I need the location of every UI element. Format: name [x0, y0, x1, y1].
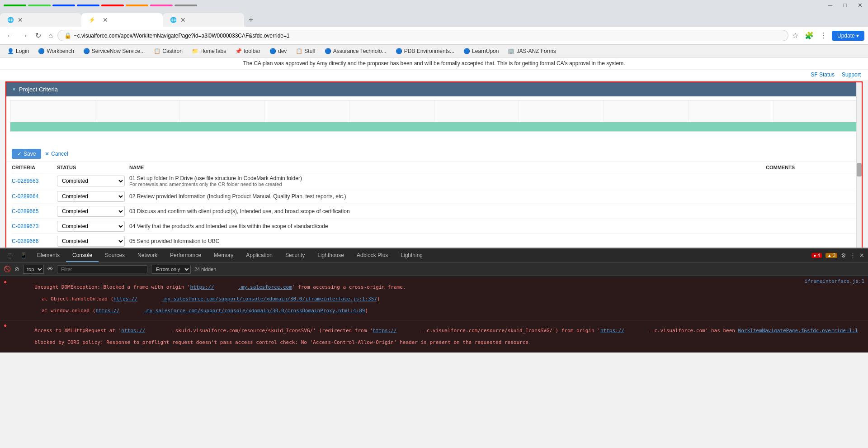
bookmark-workbench[interactable]: 🔵 Workbench	[34, 47, 77, 55]
error-link-1c[interactable]: https://	[113, 296, 137, 302]
criteria-id-1[interactable]: C-0289663	[12, 178, 57, 184]
bookmark-learnupon[interactable]: 🔵 LearnUpon	[460, 47, 502, 55]
star-button[interactable]: ☆	[790, 29, 800, 42]
devtools-tab-network[interactable]: Network	[131, 249, 164, 262]
tab-close-3[interactable]: ✕	[180, 16, 186, 24]
devtools-tab-sources[interactable]: Sources	[99, 249, 131, 262]
criteria-status-1[interactable]: Completed In Progress Not Started	[57, 176, 125, 186]
bookmark-toolbar[interactable]: 📌 toolbar	[231, 47, 264, 55]
clear-console-button[interactable]: 🚫	[4, 266, 11, 272]
console-source-1[interactable]: iframeinterface.js:1	[805, 278, 864, 284]
devtools-inspect-button[interactable]: ⬚	[4, 249, 16, 262]
save-button[interactable]: ✓ Save	[12, 149, 41, 159]
console-context-button[interactable]: ⊘	[14, 266, 19, 272]
minimize-button[interactable]: ─	[823, 0, 838, 10]
scrollbar-right[interactable]	[856, 82, 862, 248]
error-link-2b[interactable]: https://	[373, 328, 397, 334]
sf-status-link[interactable]: SF Status	[811, 71, 835, 78]
cancel-button[interactable]: ✕ Cancel	[45, 149, 68, 159]
criteria-status-5[interactable]: Completed In Progress Not Started	[57, 236, 125, 247]
tab-close-2[interactable]: ✕	[103, 16, 108, 24]
criteria-status-4[interactable]: Completed In Progress Not Started	[57, 221, 125, 232]
bookmark-servicenow[interactable]: 🔵 ServiceNow Service...	[80, 47, 148, 55]
devtools-tab-elements[interactable]: Elements	[31, 249, 66, 262]
close-button[interactable]: ✕	[852, 0, 868, 10]
devtools-tab-application[interactable]: Application	[240, 249, 279, 262]
tab-close-1[interactable]: ✕	[18, 16, 23, 24]
bookmark-workbench-label: Workbench	[47, 48, 74, 54]
criteria-id-4[interactable]: C-0289673	[12, 223, 57, 229]
devtools-tab-lighthouse[interactable]: Lighthouse	[311, 249, 350, 262]
progress-seg-8	[175, 5, 197, 6]
devtools-tab-adblock[interactable]: Adblock Plus	[350, 249, 394, 262]
eye-button[interactable]: 👁	[47, 266, 53, 272]
devtools-tab-console[interactable]: Console	[66, 249, 99, 262]
reload-button[interactable]: ↻	[33, 29, 44, 42]
bookmark-assurance[interactable]: 🔵 Assurance Technolo...	[321, 47, 390, 55]
console-line-2: ● Access to XMLHttpRequest at 'https:// …	[0, 321, 868, 353]
home-button[interactable]: ⌂	[46, 30, 56, 42]
progress-seg-2	[28, 5, 51, 6]
error-level-select[interactable]: Errors only All levels Warnings	[151, 265, 191, 274]
error-link-1d[interactable]: .my.salesforce.com/support/console/xdoma…	[161, 296, 377, 302]
error-link-2a[interactable]: https://	[121, 328, 145, 334]
error-link-1f[interactable]: .my.salesforce.com/support/console/xdoma…	[143, 308, 365, 314]
back-button[interactable]: ←	[4, 30, 16, 42]
devtools-tab-performance[interactable]: Performance	[164, 249, 208, 262]
devtools-settings-button[interactable]: ⚙	[841, 252, 846, 259]
criteria-table: CRITERIA STATUS NAME COMMENTS C-0289663 …	[6, 162, 862, 248]
col-status: STATUS	[57, 165, 129, 170]
devtools-tab-security[interactable]: Security	[279, 249, 311, 262]
devtools-device-button[interactable]: 📱	[16, 249, 31, 262]
forward-button[interactable]: →	[18, 30, 31, 42]
browser-tab-2[interactable]: ⚡ ✕	[81, 13, 163, 27]
address-input[interactable]	[74, 33, 782, 39]
scrollbar-thumb[interactable]	[857, 163, 862, 176]
new-tab-button[interactable]: +	[244, 14, 258, 27]
error-link-2d[interactable]: WorkItemNavigatePage.f&sfdc.override=1:1	[738, 328, 858, 334]
settings-button[interactable]: ⋮	[818, 29, 829, 42]
browser-controls: ← → ↻ ⌂ 🔒 ☆ 🧩 ⋮ Update ▾	[0, 27, 868, 45]
bookmark-castiron[interactable]: 📋 Castiron	[150, 47, 186, 55]
console-line-1: ● Uncaught DOMException: Blocked a frame…	[0, 277, 868, 321]
collapse-arrow[interactable]: ▼	[12, 87, 16, 92]
devtools-dots-button[interactable]: ⋮	[850, 252, 856, 259]
address-bar[interactable]: 🔒	[57, 30, 788, 41]
criteria-id-2[interactable]: C-0289664	[12, 193, 57, 200]
error-link-1a[interactable]: https://	[190, 284, 214, 290]
browser-tab-3[interactable]: 🌐 ✕	[163, 13, 244, 27]
criteria-name-3: 03 Discuss and confirm with client produ…	[129, 208, 766, 214]
bookmark-jasanz[interactable]: 🏢 JAS-ANZ Forms	[504, 47, 559, 55]
error-link-2c[interactable]: https://	[600, 328, 624, 334]
browser-tab-1[interactable]: 🌐 ✕	[0, 13, 81, 27]
criteria-row-3: C-0289665 Completed In Progress Not Star…	[12, 204, 856, 219]
action-bar: ✓ Save ✕ Cancel	[6, 146, 862, 162]
bookmark-login[interactable]: 👤 Login	[4, 47, 33, 55]
hidden-count-label: 24 hidden	[194, 267, 216, 272]
context-dropdown[interactable]: top	[23, 265, 44, 274]
devtools-tab-lightning[interactable]: Lightning	[394, 249, 429, 262]
bookmark-stuff[interactable]: 📋 Stuff	[292, 47, 319, 55]
criteria-id-5[interactable]: C-0289666	[12, 238, 57, 244]
bookmark-hometabs[interactable]: 📁 HomeTabs	[188, 47, 230, 55]
update-button[interactable]: Update ▾	[832, 31, 864, 41]
bookmark-servicenow-icon: 🔵	[83, 48, 90, 54]
maximize-button[interactable]: □	[838, 0, 852, 10]
devtools-tab-memory[interactable]: Memory	[208, 249, 240, 262]
error-link-1b[interactable]: .my.salesforce.com	[238, 284, 292, 290]
extensions-button[interactable]: 🧩	[803, 29, 816, 42]
checkmark-icon: ✓	[17, 151, 22, 157]
criteria-id-3[interactable]: C-0289665	[12, 208, 57, 214]
bookmark-dev[interactable]: 🔵 dev	[266, 47, 290, 55]
criteria-status-2[interactable]: Completed In Progress Not Started	[57, 191, 125, 202]
content-wrapper: ▼ Project Criteria	[0, 80, 868, 248]
bookmark-pdb[interactable]: 🔵 PDB Environments...	[392, 47, 458, 55]
lock-icon: 🔒	[64, 32, 71, 39]
console-filter-input[interactable]	[57, 265, 147, 273]
progress-seg-6	[126, 5, 148, 6]
support-link[interactable]: Support	[842, 71, 861, 78]
criteria-status-3[interactable]: Completed In Progress Not Started	[57, 206, 125, 217]
devtools-close-button[interactable]: ✕	[859, 252, 864, 259]
error-link-1e[interactable]: https://	[95, 308, 119, 314]
bookmark-dev-icon: 🔵	[269, 48, 276, 54]
